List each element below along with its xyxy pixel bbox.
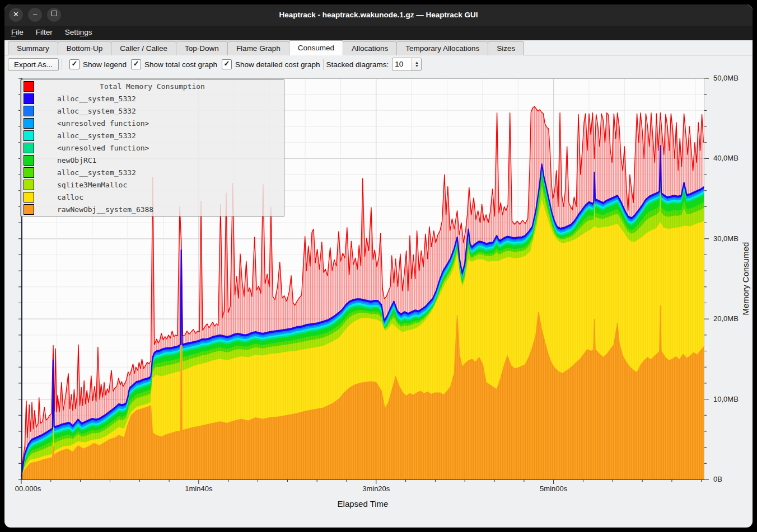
x-axis-tick-label: 1min40s [185, 484, 212, 493]
stacked-diagrams-label: Stacked diagrams: [326, 60, 389, 69]
legend-item: rawNewObj__system_6388 [21, 204, 284, 216]
checkbox-show-detailed-cost-graph[interactable]: ✓Show detailed cost graph [222, 59, 320, 69]
legend-swatch-icon [24, 93, 34, 104]
y-axis-tick-label: 50,0MB [713, 74, 739, 82]
legend-label: <unresolved function> [57, 144, 149, 152]
legend-swatch-icon [24, 180, 34, 190]
legend-item: alloc__system_5332 [21, 129, 284, 142]
window-title: Heaptrack - heaptrack.wakunode.1.gz — He… [4, 4, 753, 26]
legend-label: sqlite3MemMalloc [57, 181, 127, 189]
tab-flame-graph[interactable]: Flame Graph [227, 41, 289, 55]
y-axis-tick-label: 20,0MB [713, 314, 739, 323]
x-axis-tick-label: 00.000s [15, 484, 41, 493]
legend-label: alloc__system_5332 [57, 131, 136, 140]
spinner-down-icon[interactable]: ▼ [415, 64, 419, 68]
stacked-diagrams-value: 10 [392, 58, 412, 70]
memory-consumption-chart[interactable]: Total Memory Consumptionalloc__system_53… [21, 78, 704, 479]
checkbox-show-total-cost-graph[interactable]: ✓Show total cost graph [131, 59, 217, 69]
legend-swatch-icon [24, 155, 34, 166]
x-axis-tick-label: 3min20s [362, 484, 390, 493]
legend-item: <unresolved function> [21, 117, 284, 129]
legend-swatch-icon [24, 143, 34, 153]
legend-item: Total Memory Consumption [21, 80, 284, 92]
legend-item: alloc__system_5332 [21, 92, 284, 105]
legend-label: alloc__system_5332 [57, 95, 136, 103]
checkbox-label: Show legend [83, 60, 127, 69]
legend-item: alloc__system_5332 [21, 105, 284, 117]
y-axis-tick-label: 30,0MB [713, 234, 739, 243]
tab-bar: SummaryBottom-UpCaller / CalleeTop-DownF… [4, 40, 753, 55]
legend-swatch-icon [24, 204, 34, 215]
app-window: ✕ – Heaptrack - heaptrack.wakunode.1.gz … [4, 4, 753, 528]
legend-item: <unresolved function> [21, 142, 284, 154]
y-axis-tick-label: 0B [713, 475, 722, 483]
y-axis-tick-label: 10,0MB [713, 395, 739, 403]
menu-item-filter[interactable]: Filter [30, 26, 58, 39]
legend-swatch-icon [24, 167, 34, 178]
legend-label: newObjRC1 [57, 156, 96, 164]
checkmark-icon: ✓ [222, 59, 232, 69]
y-axis-title: Memory Consumed [741, 243, 750, 316]
tab-allocations[interactable]: Allocations [343, 41, 397, 55]
menu-item-file[interactable]: File [6, 26, 29, 39]
checkbox-label: Show total cost graph [144, 60, 217, 69]
checkbox-label: Show detailed cost graph [235, 60, 320, 69]
legend-label: calloc [57, 193, 83, 201]
legend-title: Total Memory Consumption [21, 82, 284, 91]
tab-consumed[interactable]: Consumed [289, 40, 343, 55]
legend-swatch-icon [24, 130, 34, 141]
legend-item: calloc [21, 191, 284, 204]
legend-item: newObjRC1 [21, 154, 284, 167]
titlebar: ✕ – Heaptrack - heaptrack.wakunode.1.gz … [4, 4, 753, 26]
legend-swatch-icon [24, 106, 34, 116]
tab-bottom-up[interactable]: Bottom-Up [58, 41, 112, 55]
legend-label: alloc__system_5332 [57, 168, 136, 177]
toolbar-separator [323, 59, 324, 70]
checkmark-icon: ✓ [69, 59, 80, 69]
tab-caller-callee[interactable]: Caller / Callee [111, 41, 176, 55]
x-axis-title: Elapsed Time [338, 499, 389, 509]
menubar: FileFilterSettings [4, 26, 753, 40]
x-axis-tick-label: 5min00s [540, 484, 567, 493]
legend-swatch-icon [24, 192, 34, 203]
legend-item: sqlite3MemMalloc [21, 179, 284, 191]
toolbar: Export As... ✓Show legend✓Show total cos… [4, 56, 753, 73]
menu-item-settings[interactable]: Settings [59, 26, 98, 39]
stacked-diagrams-stepper[interactable]: 10 ▲ ▼ [392, 58, 422, 71]
legend-label: alloc__system_5332 [57, 107, 136, 115]
tab-sizes[interactable]: Sizes [488, 41, 524, 55]
export-as-button[interactable]: Export As... [8, 58, 59, 71]
legend-label: rawNewObj__system_6388 [57, 205, 153, 214]
checkbox-show-legend[interactable]: ✓Show legend [69, 59, 127, 69]
checkmark-icon: ✓ [131, 59, 141, 69]
toolbar-separator [62, 59, 62, 70]
legend-swatch-icon [24, 118, 34, 129]
tab-top-down[interactable]: Top-Down [176, 41, 228, 55]
legend-label: <unresolved function> [57, 119, 149, 128]
tab-temporary-allocations[interactable]: Temporary Allocations [396, 41, 488, 55]
tab-summary[interactable]: Summary [8, 41, 58, 55]
legend-item: alloc__system_5332 [21, 167, 284, 179]
chart-legend: Total Memory Consumptionalloc__system_53… [20, 79, 284, 216]
y-axis-tick-label: 40,0MB [713, 154, 739, 162]
